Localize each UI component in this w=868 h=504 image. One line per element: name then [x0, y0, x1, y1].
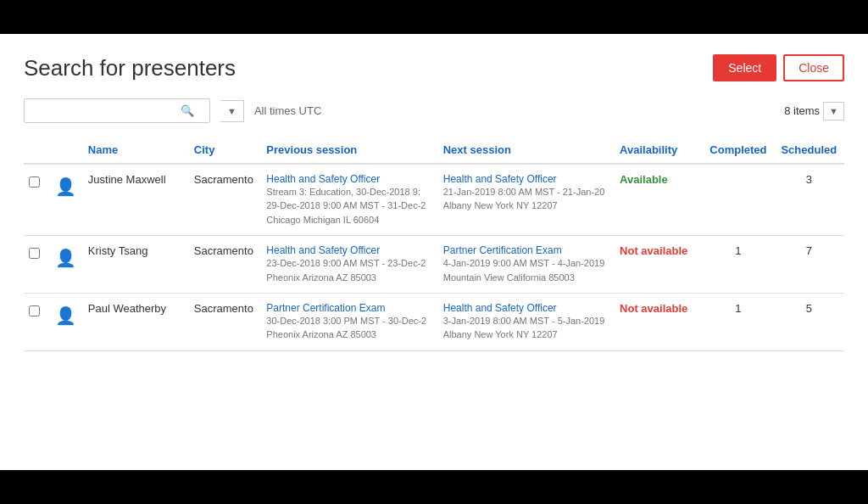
- row-scheduled: 5: [774, 293, 844, 350]
- table-row: 👤Justine MaxwellSacramentoHealth and Saf…: [24, 164, 844, 236]
- close-button[interactable]: Close: [783, 54, 844, 81]
- availability-status: Not available: [620, 244, 687, 257]
- row-city: Sacramento: [189, 236, 262, 294]
- row-scheduled: 7: [774, 236, 844, 294]
- presenters-table: Name City Previous session Next session …: [24, 137, 844, 351]
- row-availability: Not available: [615, 236, 703, 294]
- items-count: 8 items ▼: [784, 102, 844, 120]
- previous-session-link[interactable]: Health and Safety Officer: [266, 244, 432, 256]
- row-scheduled: 3: [774, 164, 844, 236]
- row-checkbox-cell: [24, 236, 50, 294]
- search-input-wrap: 🔍: [24, 98, 210, 123]
- col-header-availability: Availability: [615, 137, 703, 164]
- row-previous-session: Health and Safety Officer23-Dec-2018 9:0…: [261, 236, 437, 294]
- select-button[interactable]: Select: [713, 54, 776, 81]
- page-title: Search for presenters: [24, 55, 236, 81]
- col-header-check: [24, 137, 50, 164]
- row-completed: 1: [703, 293, 773, 350]
- row-avatar-cell: 👤: [50, 293, 83, 350]
- row-next-session: Health and Safety Officer3-Jan-2019 8:00…: [438, 293, 615, 350]
- availability-status: Not available: [620, 302, 687, 315]
- col-header-avatar: [50, 137, 83, 164]
- row-next-session: Partner Certification Exam4-Jan-2019 9:0…: [438, 236, 615, 294]
- row-previous-session: Health and Safety OfficerStream 3: Educa…: [261, 164, 437, 236]
- avatar-icon: 👤: [55, 177, 76, 196]
- table-row: 👤Kristy TsangSacramentoHealth and Safety…: [24, 236, 844, 294]
- next-session-link[interactable]: Health and Safety Officer: [443, 173, 609, 185]
- row-name: Paul Weatherby: [83, 293, 189, 350]
- avatar-icon: 👤: [55, 306, 76, 325]
- col-header-next-session: Next session: [438, 137, 615, 164]
- col-header-scheduled: Scheduled: [774, 137, 844, 164]
- search-bar-row: 🔍 ▼ All times UTC 8 items ▼: [24, 98, 844, 123]
- row-completed: 1: [703, 236, 773, 294]
- row-name: Kristy Tsang: [83, 236, 189, 294]
- row-avatar-cell: 👤: [50, 236, 83, 294]
- row-completed: [703, 164, 773, 236]
- search-input[interactable]: [25, 99, 177, 122]
- row-availability: Not available: [615, 293, 703, 350]
- row-availability: Available: [615, 164, 703, 236]
- row-checkbox-cell: [24, 293, 50, 350]
- table-row: 👤Paul WeatherbySacramentoPartner Certifi…: [24, 293, 844, 350]
- next-session-link[interactable]: Health and Safety Officer: [443, 302, 609, 314]
- row-avatar-cell: 👤: [50, 164, 83, 236]
- row-previous-session: Partner Certification Exam30-Dec-2018 3:…: [261, 293, 437, 350]
- row-city: Sacramento: [189, 164, 262, 236]
- items-count-label: 8 items: [784, 104, 820, 117]
- availability-status: Available: [620, 173, 668, 186]
- search-filter-button[interactable]: ▼: [220, 100, 244, 122]
- table-header-row: Name City Previous session Next session …: [24, 137, 844, 164]
- col-header-previous-session: Previous session: [261, 137, 437, 164]
- header-row: Search for presenters Select Close: [24, 54, 844, 81]
- next-session-link[interactable]: Partner Certification Exam: [443, 244, 609, 256]
- row-checkbox[interactable]: [29, 176, 40, 188]
- col-header-city: City: [189, 137, 262, 164]
- row-checkbox[interactable]: [29, 248, 40, 259]
- search-icon: 🔍: [177, 104, 198, 117]
- row-checkbox[interactable]: [29, 305, 40, 316]
- items-count-dropdown[interactable]: ▼: [823, 102, 844, 120]
- previous-session-link[interactable]: Partner Certification Exam: [266, 302, 432, 314]
- col-header-name: Name: [83, 137, 189, 164]
- row-checkbox-cell: [24, 164, 50, 236]
- avatar-icon: 👤: [55, 249, 76, 267]
- timezone-label: All times UTC: [254, 104, 321, 117]
- row-next-session: Health and Safety Officer21-Jan-2019 8:0…: [438, 164, 615, 236]
- row-city: Sacramento: [189, 293, 262, 350]
- header-buttons: Select Close: [713, 54, 844, 81]
- row-name: Justine Maxwell: [83, 164, 189, 236]
- previous-session-link[interactable]: Health and Safety Officer: [266, 173, 432, 185]
- col-header-completed: Completed: [703, 137, 773, 164]
